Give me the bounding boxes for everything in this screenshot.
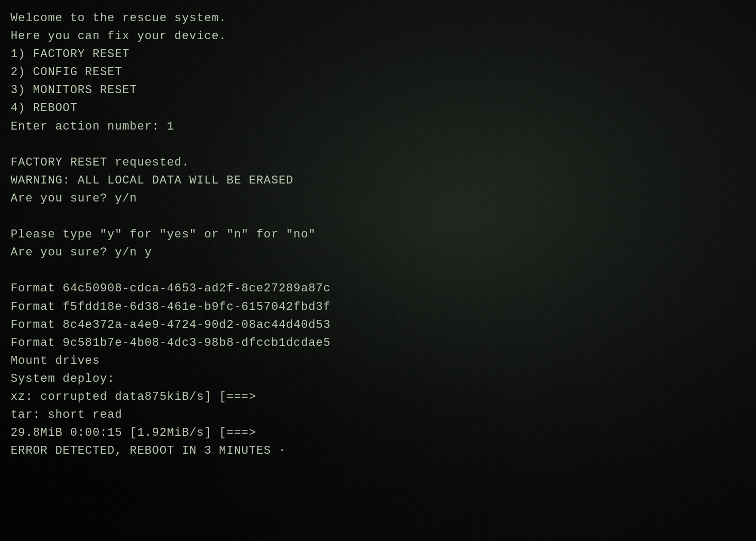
line-opt3: 3) MONITORS RESET xyxy=(11,81,740,99)
line-fmt2: Format f5fdd18e-6d38-461e-b9fc-6157042fb… xyxy=(11,298,740,316)
line-opt4: 4) REBOOT xyxy=(11,99,740,117)
line-sure2: Are you sure? y/n y xyxy=(11,244,740,262)
line-blank2 xyxy=(11,208,740,226)
line-factory-req: FACTORY RESET requested. xyxy=(11,154,740,172)
line-deploy: System deploy: xyxy=(11,370,740,388)
line-fix: Here you can fix your device. xyxy=(11,27,740,45)
line-opt1: 1) FACTORY RESET xyxy=(11,45,740,63)
line-fmt4: Format 9c581b7e-4b08-4dc3-98b8-dfccb1dcd… xyxy=(11,334,740,352)
line-progress: 29.8MiB 0:00:15 [1.92MiB/s] [===> xyxy=(11,424,740,442)
line-fmt3: Format 8c4e372a-a4e9-4724-90d2-08ac44d40… xyxy=(11,316,740,334)
line-tar: tar: short read xyxy=(11,406,740,424)
line-sure1: Are you sure? y/n xyxy=(11,190,740,208)
terminal-content: Welcome to the rescue system.Here you ca… xyxy=(11,10,740,460)
line-opt2: 2) CONFIG RESET xyxy=(11,63,740,81)
line-blank1 xyxy=(11,136,740,154)
line-welcome: Welcome to the rescue system. xyxy=(11,10,740,27)
line-warning: WARNING: ALL LOCAL DATA WILL BE ERASED xyxy=(11,172,740,190)
terminal-screen: Welcome to the rescue system.Here you ca… xyxy=(0,0,756,541)
line-fmt1: Format 64c50908-cdca-4653-ad2f-8ce27289a… xyxy=(11,280,740,298)
line-mount: Mount drives xyxy=(11,352,740,370)
line-enter: Enter action number: 1 xyxy=(11,118,740,136)
line-error: ERROR DETECTED, REBOOT IN 3 MINUTES · xyxy=(11,442,740,460)
line-xz: xz: corrupted data875kiB/s] [===> xyxy=(11,388,740,406)
line-please: Please type "y" for "yes" or "n" for "no… xyxy=(11,226,740,244)
line-blank3 xyxy=(11,262,740,280)
